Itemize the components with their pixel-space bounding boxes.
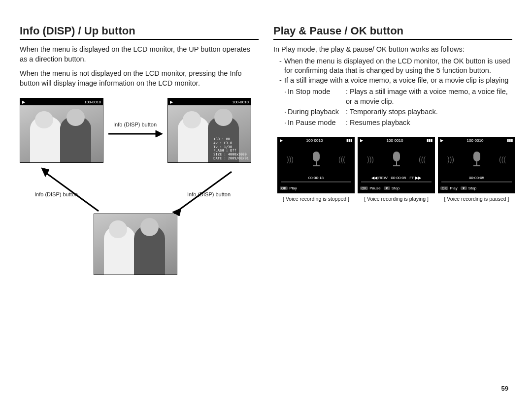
page-number: 59	[501, 385, 508, 392]
mode-pause: In Pause mode Resumes playback	[273, 118, 512, 128]
voice-shot-stopped: ▶100-0010▮▮▮ ))) ((( 00:00:18 OKPlay	[277, 137, 355, 193]
arrow-down-left-icon	[39, 167, 103, 216]
shot-caption-paused: [ Voice recording is paused ]	[444, 196, 509, 202]
svg-marker-1	[156, 130, 163, 137]
left-heading: Info (DISP) / Up button	[20, 25, 259, 40]
arrow-right-icon	[108, 128, 163, 139]
svg-line-2	[44, 172, 99, 211]
voice-shot-paused: ▶100-0010▮▮▮ ))) ((( 00:00:05 OKPlay ▼St…	[438, 137, 515, 193]
svg-line-4	[177, 172, 232, 211]
svg-marker-5	[172, 208, 181, 216]
lcd-plain	[94, 214, 177, 275]
mic-icon	[391, 152, 402, 167]
lcd-basic: ▶ 100-0010	[20, 98, 103, 163]
shot-caption-stopped: [ Voice recording is stopped ]	[283, 196, 349, 202]
right-bullet-1: When the menu is displayed on the LCD mo…	[279, 57, 512, 76]
shot-caption-playing: [ Voice recording is playing ]	[364, 196, 429, 202]
caption-top: Info (DISP) button	[113, 122, 157, 127]
arrow-down-right-icon	[172, 167, 236, 216]
right-heading: Play & Pause / OK button	[273, 25, 512, 40]
voice-shots-row: ▶100-0010▮▮▮ ))) ((( 00:00:18 OKPlay [ V…	[277, 137, 512, 202]
mode-stop: In Stop mode Plays a still image with a …	[273, 87, 512, 106]
right-bullet-2: If a still image with a voice memo, a vo…	[279, 76, 512, 86]
left-para-2: When the menu is not displayed on the LC…	[20, 69, 259, 88]
mic-icon	[311, 152, 322, 167]
voice-shot-playing: ▶100-0010▮▮▮ ))) ((( ◀◀ REW 00:00:05 FF …	[358, 137, 435, 193]
lcd-with-info: ▶ 100-0010 ISO : 80 Av : F3.0 Tv : 1/30 …	[167, 98, 251, 163]
right-column: Play & Pause / OK button In Play mode, t…	[273, 25, 512, 391]
mic-icon	[471, 152, 482, 167]
lcd-info-overlay: ISO : 80 Av : F3.0 Tv : 1/30 FLASH : Off…	[213, 138, 249, 160]
mode-playback: During playback Temporarily stops playba…	[273, 107, 512, 117]
left-para-1: When the menu is displayed on the LCD mo…	[20, 45, 259, 64]
info-disp-diagram: ▶ 100-0010 ▶ 100-0010	[20, 98, 256, 305]
right-intro: In Play mode, the play & pause/ OK butto…	[273, 45, 512, 55]
left-column: Info (DISP) / Up button When the menu is…	[20, 25, 259, 391]
